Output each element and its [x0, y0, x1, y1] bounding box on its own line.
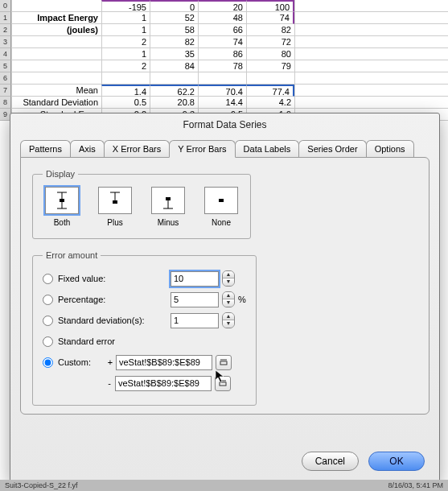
tab-options[interactable]: Options	[366, 140, 414, 158]
display-none[interactable]: None	[202, 187, 240, 227]
cell[interactable]: 0	[150, 0, 198, 12]
cell[interactable]: 52	[150, 12, 198, 24]
cell[interactable]	[198, 72, 246, 85]
custom-minus-range-picker[interactable]	[215, 376, 231, 391]
se-radio[interactable]	[43, 336, 53, 347]
cell[interactable]	[11, 36, 101, 48]
row-header: 0	[0, 0, 11, 12]
cell[interactable]	[150, 72, 198, 85]
cell[interactable]: 66	[198, 24, 246, 36]
cell[interactable]	[11, 60, 101, 72]
display-both[interactable]: Both	[43, 187, 81, 227]
display-legend: Display	[43, 169, 78, 179]
cell[interactable]: 80	[246, 48, 294, 60]
cell[interactable]: 72	[246, 36, 294, 48]
sd-spinner[interactable]: ▲▼	[222, 312, 235, 328]
cell[interactable]: 0.5	[101, 97, 150, 109]
custom-option-label: Custom:	[58, 357, 105, 367]
sd-input[interactable]	[171, 313, 219, 328]
fixed-value-input[interactable]	[171, 271, 219, 287]
cell[interactable]: 84	[150, 60, 198, 72]
custom-plus-input[interactable]	[116, 355, 212, 370]
cell[interactable]	[294, 0, 448, 12]
cell[interactable]: 4.2	[246, 97, 294, 109]
sd-label[interactable]: Standard Deviation	[11, 97, 101, 109]
row-header: 8	[0, 97, 11, 109]
percentage-input[interactable]	[171, 292, 219, 307]
custom-plus-sign: +	[105, 357, 116, 367]
cell[interactable]: 70.4	[198, 85, 246, 97]
cell[interactable]	[101, 72, 150, 85]
cell[interactable]: 79	[246, 60, 294, 72]
cell[interactable]: 77.4	[246, 85, 294, 97]
cell[interactable]	[294, 24, 448, 36]
cell[interactable]: 2	[101, 36, 150, 48]
error-bar-minus-icon	[151, 187, 185, 214]
cell[interactable]	[294, 12, 448, 24]
tab-y-error-bars[interactable]: Y Error Bars	[169, 140, 235, 158]
svg-rect-6	[113, 200, 117, 204]
cell[interactable]: 100	[246, 0, 294, 12]
cell[interactable]	[294, 97, 448, 109]
error-bar-both-icon	[45, 187, 79, 214]
fixed-value-radio[interactable]	[43, 274, 53, 284]
ok-button[interactable]: OK	[368, 452, 425, 471]
cancel-button[interactable]: Cancel	[302, 452, 359, 471]
cell[interactable]: 1	[101, 24, 150, 36]
display-minus[interactable]: Minus	[149, 187, 187, 227]
row-header: 7	[0, 85, 11, 97]
cell[interactable]	[11, 48, 101, 60]
row-header: 4	[0, 48, 11, 60]
cell[interactable]: 1	[101, 48, 150, 60]
cell[interactable]: 48	[198, 12, 246, 24]
tab-x-error-bars[interactable]: X Error Bars	[104, 140, 171, 158]
mean-label[interactable]: Mean	[11, 85, 101, 97]
cell[interactable]	[246, 72, 294, 85]
custom-minus-input[interactable]	[115, 376, 212, 391]
sd-option-label: Standard deviation(s):	[58, 316, 171, 325]
sd-radio[interactable]	[43, 316, 53, 326]
impact-energy-label[interactable]: Impact Energy	[11, 12, 101, 24]
tab-axis[interactable]: Axis	[70, 140, 105, 158]
cell[interactable]: 20	[198, 0, 246, 12]
cell[interactable]	[294, 36, 448, 48]
tab-panel: Display Both Plus	[20, 157, 430, 415]
range-picker-icon	[220, 358, 228, 366]
cell[interactable]: 58	[150, 24, 198, 36]
cell[interactable]	[294, 85, 448, 97]
percentage-radio[interactable]	[43, 295, 53, 305]
cell[interactable]: 82	[150, 36, 198, 48]
cell[interactable]: 14.4	[198, 97, 246, 109]
percentage-spinner[interactable]: ▲▼	[222, 291, 235, 307]
cell[interactable]: 1	[101, 12, 150, 24]
tab-series-order[interactable]: Series Order	[298, 140, 366, 158]
cell[interactable]	[11, 72, 101, 85]
custom-plus-range-picker[interactable]	[216, 355, 232, 370]
custom-radio[interactable]	[43, 357, 53, 368]
spreadsheet: 0 -195 0 20 100 1 Impact Energy 1 52 48 …	[0, 0, 448, 121]
tab-data-labels[interactable]: Data Labels	[235, 140, 300, 158]
cell[interactable]	[294, 48, 448, 60]
cell[interactable]	[294, 72, 448, 85]
svg-rect-3	[60, 199, 64, 202]
fixed-value-spinner[interactable]: ▲▼	[222, 270, 235, 287]
impact-energy-label2[interactable]: (joules)	[11, 24, 101, 36]
cell[interactable]: 20.8	[150, 97, 198, 109]
cell[interactable]: 62.2	[150, 85, 198, 97]
cell[interactable]: 74	[198, 36, 246, 48]
tab-patterns[interactable]: Patterns	[20, 140, 71, 158]
cell[interactable]: 78	[198, 60, 246, 72]
cell-blank[interactable]	[11, 0, 101, 12]
error-amount-group: Error amount Fixed value: ▲▼ Percentage:…	[32, 250, 257, 406]
percent-unit: %	[238, 295, 246, 304]
cell[interactable]: 1.4	[101, 85, 150, 97]
cell[interactable]	[294, 60, 448, 72]
cell[interactable]: 2	[101, 60, 150, 72]
custom-minus-sign: -	[104, 378, 115, 388]
cell[interactable]: 86	[198, 48, 246, 60]
cell[interactable]: 74	[246, 12, 294, 24]
cell[interactable]: -195	[101, 0, 150, 12]
display-plus[interactable]: Plus	[96, 187, 134, 227]
cell[interactable]: 35	[150, 48, 198, 60]
cell[interactable]: 82	[246, 24, 294, 36]
